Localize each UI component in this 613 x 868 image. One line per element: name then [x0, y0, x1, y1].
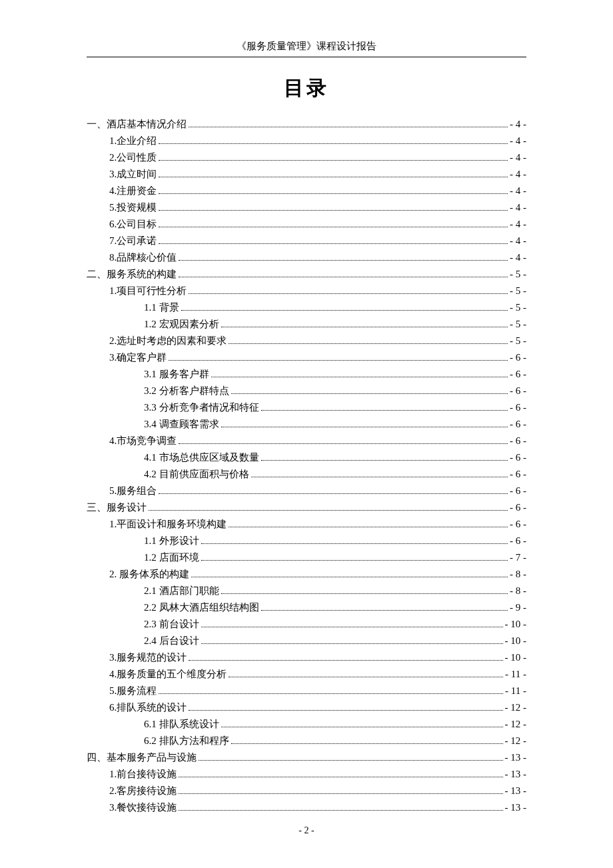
toc-leader [179, 252, 508, 261]
toc-leader [189, 285, 508, 294]
toc-entry-label: 3.成立时间 [109, 169, 157, 179]
toc-leader [159, 685, 503, 694]
toc-entry: 1.前台接待设施- 13 - [87, 765, 526, 782]
toc-leader [229, 335, 508, 344]
toc-entry-label: 三、服务设计 [87, 503, 147, 513]
toc-entry-page: - 7 - [510, 553, 526, 563]
toc-entry-label: 2.1 酒店部门职能 [144, 586, 219, 596]
toc-entry-page: - 10 - [505, 619, 527, 629]
toc-entry: 1.2 宏观因素分析- 5 - [87, 315, 526, 332]
toc-entry: 2.2 凤林大酒店组织结构图- 9 - [87, 599, 526, 615]
toc-entry-label: 1.2 店面环境 [144, 553, 199, 563]
toc-entry: 1.1 背景- 5 - [87, 299, 526, 315]
toc-entry-page: - 13 - [505, 803, 527, 813]
toc-entry-label: 3.1 服务客户群 [144, 369, 209, 379]
toc-leader [159, 169, 508, 177]
toc-entry-label: 2.客房接待设施 [109, 786, 177, 796]
toc-leader [261, 452, 508, 461]
toc-entry: 6.2 排队方法和程序- 12 - [87, 732, 526, 749]
toc-entry-label: 7.公司承诺 [109, 236, 157, 246]
toc-entry-page: - 5 - [510, 319, 526, 329]
toc-leader [189, 702, 502, 711]
toc-entry: 6.排队系统的设计- 12 - [87, 699, 526, 715]
toc-entry-page: - 11 - [505, 669, 526, 679]
toc-leader [159, 152, 508, 161]
toc-entry: 1.企业介绍- 4 - [87, 132, 526, 149]
toc-entry-label: 6.2 排队方法和程序 [144, 736, 229, 746]
toc-entry-label: 3.2 分析客户群特点 [144, 386, 229, 396]
toc-entry-page: - 6 - [510, 486, 526, 496]
toc-entry-label: 6.公司目标 [109, 219, 157, 229]
toc-leader [179, 802, 502, 811]
toc-entry: 3.确定客户群- 6 - [87, 349, 526, 365]
toc-entry: 2.客房接待设施- 13 - [87, 782, 526, 799]
toc-entry: 2.4 后台设计- 10 - [87, 632, 526, 649]
toc-entry: 1.2 店面环境- 7 - [87, 549, 526, 565]
toc-entry: 3.餐饮接待设施- 13 - [87, 799, 526, 815]
toc-entry: 2. 服务体系的构建- 8 - [87, 565, 526, 582]
toc-entry-page: - 13 - [505, 786, 527, 796]
toc-entry-page: - 13 - [505, 753, 527, 763]
toc-entry-page: - 4 - [510, 119, 526, 129]
toc-leader [221, 419, 508, 427]
toc-entry: 3.服务规范的设计- 10 - [87, 649, 526, 665]
toc-entry: 三、服务设计- 6 - [87, 499, 526, 515]
toc-entry: 2.1 酒店部门职能- 8 - [87, 582, 526, 599]
toc-entry-page: - 6 - [510, 469, 526, 479]
toc-entry-label: 5.服务组合 [109, 486, 157, 496]
toc-entry-label: 2.公司性质 [109, 153, 157, 163]
toc-leader [149, 502, 508, 511]
toc-entry-label: 4.市场竞争调查 [109, 436, 177, 446]
toc-entry-label: 一、酒店基本情况介绍 [87, 119, 187, 129]
toc-entry: 2.选址时考虑的因素和要求- 5 - [87, 332, 526, 349]
toc-entry-label: 4.服务质量的五个维度分析 [109, 669, 227, 679]
toc-entry-page: - 6 - [510, 353, 526, 363]
toc-leader [159, 185, 508, 194]
toc-leader [229, 669, 503, 677]
toc-entry: 3.成立时间- 4 - [87, 165, 526, 182]
toc-entry-page: - 6 - [510, 369, 526, 379]
toc-entry-page: - 6 - [510, 386, 526, 396]
toc-entry-label: 1.项目可行性分析 [109, 286, 187, 296]
toc-entry-page: - 5 - [510, 269, 526, 279]
toc-leader [221, 319, 508, 327]
toc-entry: 4.2 目前供应面积与价格- 6 - [87, 465, 526, 482]
toc-entry-label: 1.企业介绍 [109, 136, 157, 146]
toc-entry-page: - 4 - [510, 219, 526, 229]
toc-entry-label: 4.2 目前供应面积与价格 [144, 469, 249, 479]
toc-entry: 6.公司目标- 4 - [87, 215, 526, 232]
toc-leader [159, 235, 508, 244]
toc-entry-page: - 6 - [510, 403, 526, 413]
toc-entry-label: 1.1 外形设计 [144, 536, 199, 546]
toc-entry-page: - 4 - [510, 186, 526, 196]
toc-leader [229, 519, 508, 527]
toc-entry-page: - 8 - [510, 569, 526, 579]
toc-entry-page: - 6 - [510, 503, 526, 513]
page: 《服务质量管理》课程设计报告 目录 一、酒店基本情况介绍- 4 -1.企业介绍-… [0, 0, 613, 868]
toc-leader [159, 219, 508, 227]
toc-entry-label: 1.平面设计和服务环境构建 [109, 519, 227, 529]
toc-entry-page: - 4 - [510, 136, 526, 146]
toc-leader [181, 302, 508, 311]
toc-entry-label: 3.4 调查顾客需求 [144, 419, 219, 429]
toc-leader [261, 602, 508, 611]
toc-entry: 4.注册资金- 4 - [87, 182, 526, 199]
toc-entry-page: - 10 - [505, 653, 527, 663]
toc-entry-page: - 6 - [510, 419, 526, 429]
toc-entry-page: - 4 - [510, 169, 526, 179]
toc-leader [159, 202, 508, 211]
toc-entry-label: 6.排队系统的设计 [109, 703, 187, 713]
toc-entry-label: 2.选址时考虑的因素和要求 [109, 336, 227, 346]
toc-leader [179, 769, 502, 777]
toc-entry-label: 1.2 宏观因素分析 [144, 319, 219, 329]
toc-entry-label: 二、服务系统的构建 [87, 269, 177, 279]
toc-entry-page: - 9 - [510, 603, 526, 613]
toc-leader [191, 569, 508, 577]
toc-leader [169, 352, 508, 361]
page-header: 《服务质量管理》课程设计报告 [87, 40, 526, 57]
toc-entry-page: - 12 - [505, 719, 527, 729]
toc-leader [159, 485, 508, 494]
toc-leader [189, 652, 502, 661]
toc-entry: 1.平面设计和服务环境构建- 6 - [87, 515, 526, 532]
toc-entry-page: - 4 - [510, 203, 526, 213]
